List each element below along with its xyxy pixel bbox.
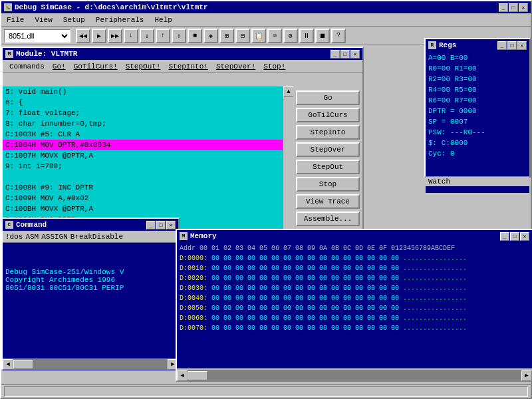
- mem-icon: M: [180, 232, 188, 240]
- command-titlebar: C Command _ □ ✕: [3, 219, 178, 231]
- toolbar-btn-16[interactable]: ⏹: [315, 29, 330, 43]
- module-cmd-stepover[interactable]: StepOver!: [212, 62, 259, 71]
- toolbar-btn-2[interactable]: ▶: [92, 29, 106, 43]
- toolbar-btn-15[interactable]: ⏸: [299, 29, 314, 43]
- hscroll-track[interactable]: [13, 359, 168, 370]
- mem-addr: D:0010:: [180, 265, 207, 272]
- mem-bytes: 00 00 00 00 00 00 00 00 00 00 00 00 00 0…: [211, 305, 403, 312]
- cmd-out-line: Debug SimCase-251/Windows V: [5, 268, 176, 276]
- watch-area: [426, 186, 529, 193]
- regs-title: Regs: [439, 41, 456, 49]
- stepinto-button[interactable]: StepInto: [296, 125, 360, 140]
- toolbar-btn-1[interactable]: ◀◀: [76, 29, 90, 43]
- go-button[interactable]: Go: [296, 90, 360, 105]
- cmd-icon: C: [5, 221, 13, 229]
- cmd-tool-dos[interactable]: !dos: [5, 233, 23, 241]
- toolbar-btn-7[interactable]: ⇑: [172, 29, 186, 43]
- mem-ascii: ................: [403, 285, 467, 292]
- cmd-tool-assign[interactable]: ASSIGN: [41, 233, 68, 241]
- toolbar-btn-3[interactable]: ▶▶: [108, 29, 122, 43]
- mem-hscroll-left[interactable]: ◀: [177, 370, 188, 381]
- hscroll-left[interactable]: ◀: [3, 359, 13, 370]
- mem-hscroll-right[interactable]: ▶: [521, 370, 532, 381]
- memory-titlebar: M Memory _ □ ✕: [177, 230, 532, 242]
- mem-ascii: ................: [403, 255, 467, 262]
- cmd-maximize[interactable]: □: [156, 221, 166, 229]
- code-line: 9: int i=700;: [3, 161, 295, 172]
- module-cmd-stop[interactable]: Stop!: [259, 62, 289, 71]
- module-cmd-stepinto[interactable]: StepInto!: [164, 62, 211, 71]
- toolbar-btn-9[interactable]: ◈: [203, 29, 218, 43]
- module-close[interactable]: ✕: [350, 50, 360, 59]
- module-maximize[interactable]: □: [340, 50, 350, 59]
- cmd-close[interactable]: ✕: [166, 221, 176, 229]
- viewtrace-button[interactable]: View Trace: [296, 194, 360, 209]
- memory-row: D:0050: 00 00 00 00 00 00 00 00 00 00 00…: [180, 303, 529, 313]
- stepout-button[interactable]: StepOut: [296, 160, 360, 174]
- regs-controls: _ □ ✕: [497, 41, 527, 50]
- module-minimize[interactable]: _: [331, 50, 340, 59]
- menu-help[interactable]: Help: [149, 15, 177, 25]
- app-title: Debug SimCase - d:\docs\archim\vltmtr\vl…: [15, 3, 207, 11]
- status-text: [4, 386, 528, 397]
- module-controls: _ □ ✕: [331, 50, 360, 59]
- mem-addr: D:0070:: [180, 325, 207, 332]
- mem-addr: D:0000:: [180, 255, 207, 262]
- toolbar-btn-10[interactable]: ⊞: [219, 29, 234, 43]
- gotilcurs-button[interactable]: GoTilCurs: [296, 108, 360, 122]
- module-cmd-go[interactable]: Go!: [49, 62, 70, 71]
- mem-hscroll-thumb[interactable]: [188, 371, 207, 380]
- module-cmd-gotilcurs[interactable]: GoTilCurs!: [70, 62, 122, 71]
- mem-bytes: 00 00 00 00 00 00 00 00 00 00 00 00 00 0…: [211, 275, 403, 282]
- minimize-button[interactable]: _: [499, 3, 508, 12]
- mem-addr: D:0060:: [180, 315, 207, 322]
- cmd-out-line: Copyright Archimedes 1996: [5, 276, 176, 284]
- menu-view[interactable]: View: [29, 15, 57, 25]
- menu-file[interactable]: File: [1, 15, 29, 25]
- mem-close[interactable]: ✕: [520, 232, 529, 241]
- regs-close[interactable]: ✕: [517, 41, 527, 50]
- cmd-controls: _ □ ✕: [146, 221, 176, 229]
- close-button[interactable]: ✕: [519, 3, 528, 12]
- stop-button[interactable]: Stop: [296, 177, 360, 192]
- maximize-button[interactable]: □: [509, 3, 518, 12]
- reg-line: R4=00 R5=00: [428, 84, 527, 95]
- cmd-minimize[interactable]: _: [146, 221, 156, 229]
- cmd-tool-asm[interactable]: ASM: [25, 233, 39, 241]
- mem-minimize[interactable]: _: [500, 232, 509, 241]
- watch-label: Watch: [426, 176, 529, 186]
- toolbar-btn-5[interactable]: ⇓: [140, 29, 154, 43]
- command-output: Debug SimCase-251/Windows V Copyright Ar…: [3, 243, 178, 360]
- toolbar-btn-8[interactable]: ■: [188, 29, 202, 43]
- scroll-thumb[interactable]: [283, 97, 293, 247]
- hscroll-thumb[interactable]: [13, 360, 33, 369]
- toolbar-btn-14[interactable]: ⚙: [283, 29, 298, 43]
- regs-icon: R: [428, 41, 436, 49]
- module-cmd-stepout[interactable]: StepOut!: [122, 62, 165, 71]
- regs-maximize[interactable]: □: [507, 41, 517, 50]
- stepover-button[interactable]: StepOver: [296, 142, 360, 157]
- toolbar-btn-11[interactable]: ⊟: [235, 29, 250, 43]
- cmd-tool-breakdisable[interactable]: BreakDisable: [70, 233, 123, 241]
- toolbar-btn-13[interactable]: ⌨: [267, 29, 282, 43]
- code-line: 7: float voltage;: [3, 108, 295, 118]
- module-cmd-commands[interactable]: Commands: [5, 62, 49, 71]
- toolbar-btn-12[interactable]: 📋: [251, 29, 266, 43]
- mem-header-text: Addr 00 01 02 03 04 05 06 07 08 09 0A 0B…: [180, 245, 455, 252]
- mem-hscroll-track[interactable]: [188, 370, 521, 381]
- chip-select[interactable]: 8051.dll: [4, 29, 70, 43]
- mem-maximize[interactable]: □: [510, 232, 519, 241]
- code-line: C:1003H #5: CLR A: [3, 129, 295, 140]
- module-titlebar: M Module: VLTMTR _ □ ✕: [3, 48, 362, 60]
- cmd-out-line: [5, 244, 176, 252]
- menu-setup[interactable]: Setup: [58, 15, 90, 25]
- scroll-up[interactable]: ▲: [283, 86, 294, 97]
- regs-minimize[interactable]: _: [497, 41, 507, 50]
- toolbar-btn-6[interactable]: ↑: [156, 29, 170, 43]
- reg-line: R6=00 R7=00: [428, 95, 527, 106]
- toolbar-btn-4[interactable]: ↓: [124, 29, 138, 43]
- toolbar-btn-17[interactable]: ?: [331, 29, 346, 43]
- menu-peripherals[interactable]: Peripherals: [90, 15, 150, 25]
- assemble-button[interactable]: Assemble...: [296, 211, 360, 226]
- reg-line: R0=00 R1=00: [428, 63, 527, 74]
